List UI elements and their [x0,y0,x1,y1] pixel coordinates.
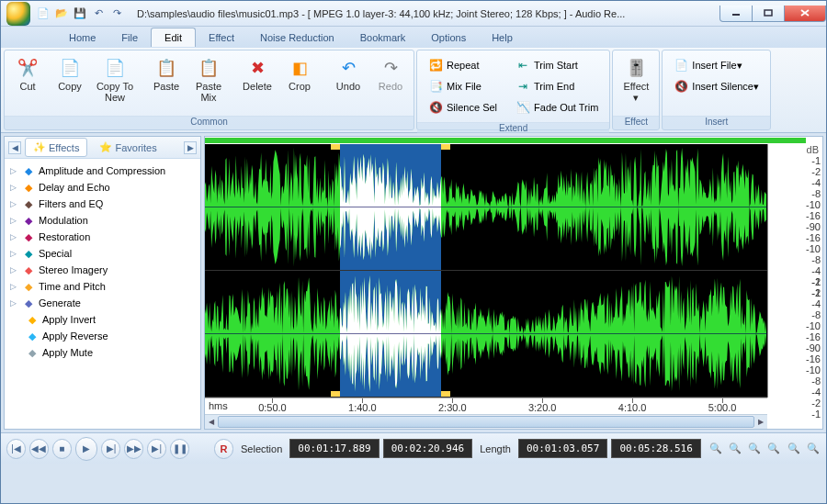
close-button[interactable] [784,6,826,22]
tree-item[interactable]: ▷◆Amplitude and Compression [6,162,198,179]
trim-end-button[interactable]: ⇥Trim End [509,76,605,96]
waveform-area: dB -1-2-4-8-10-16-90-16-10-8-4-2-1 -1-2-… [204,136,823,430]
effect-category-icon: ◆ [21,296,36,310]
expander-icon[interactable]: ▷ [10,282,21,291]
tree-item[interactable]: ▷◆Time and Pitch [6,278,198,295]
rewind-button[interactable]: ◀◀ [29,439,49,459]
tree-item[interactable]: ▷◆Modulation [6,212,198,229]
sidebar-tab-favorites[interactable]: ⭐Favorites [91,138,164,157]
tree-item-label: Apply Mute [42,347,93,358]
ribbon-group-extend: 🔁Repeat 📑Mix File 🔇Silence Sel ⇤Trim Sta… [416,50,610,130]
menutab-bookmark[interactable]: Bookmark [347,28,419,47]
tree-item[interactable]: ▷◆Stereo Imagery [6,262,198,278]
copy-button[interactable]: 📄Copy [50,53,90,95]
effect-button[interactable]: 🎚️Effect▾ [616,53,656,106]
scroll-left-button[interactable]: ◀ [205,415,218,429]
insert-silence-button[interactable]: 🔇Insert Silence ▾ [667,76,765,96]
goto-end-button[interactable]: ▶| [147,439,166,459]
paste-mix-button[interactable]: 📋Paste Mix [188,53,229,106]
maximize-button[interactable] [752,6,785,22]
zoom-out-v-button[interactable]: 🔍 [805,441,821,457]
menutab-home[interactable]: Home [56,28,108,47]
zoom-sel-button[interactable]: 🔍 [747,441,763,457]
delete-x-icon: ✖ [246,57,268,79]
mix-file-button[interactable]: 📑Mix File [422,76,504,96]
cut-button[interactable]: ✂️Cut [7,53,48,95]
redo-button[interactable]: ↷Redo [370,53,411,95]
effect-category-icon: ◆ [21,213,36,228]
repeat-button[interactable]: 🔁Repeat [422,55,504,75]
insert-silence-icon: 🔇 [674,79,688,94]
ribbon-group-insert: 📄Insert File ▾ 🔇Insert Silence ▾ Insert [662,50,771,130]
fade-out-trim-button[interactable]: 📉Fade Out Trim [509,97,605,118]
time-ruler[interactable]: hms 0:50.01:40.02:30.03:20.04:10.05:00.0 [205,398,767,414]
expander-icon[interactable]: ▷ [10,232,21,241]
scroll-thumb[interactable] [218,416,754,428]
expander-icon[interactable]: ▷ [10,216,21,225]
play-button[interactable]: ▶ [75,437,98,461]
paste-button[interactable]: 📋Paste [146,53,187,95]
waveform-canvas[interactable]: dB -1-2-4-8-10-16-90-16-10-8-4-2-1 -1-2-… [205,144,767,398]
qat-redo-icon[interactable]: ↷ [109,6,124,21]
goto-start-button[interactable]: |◀ [6,439,26,459]
expander-icon[interactable]: ▷ [10,166,21,175]
tree-item[interactable]: ▷◆Restoration [6,229,198,245]
record-button[interactable]: R [214,439,233,459]
delete-button[interactable]: ✖Delete [237,53,278,95]
overview-strip[interactable] [205,138,806,143]
sidebar-tab-effects[interactable]: ✨Effects [25,138,87,157]
time-tick-label: 3:20.0 [528,402,557,413]
scroll-right-button[interactable]: ▶ [754,415,767,429]
undo-icon: ↶ [337,57,359,79]
qat-open-icon[interactable]: 📂 [54,6,69,21]
horizontal-scrollbar[interactable]: ◀ ▶ [205,414,767,429]
tree-item[interactable]: ▷◆Special [6,245,198,262]
expander-icon[interactable]: ▷ [10,265,21,274]
insert-file-button[interactable]: 📄Insert File ▾ [667,55,765,75]
tree-item[interactable]: ▷◆Delay and Echo [6,179,198,196]
tree-item-label: Amplitude and Compression [39,165,165,176]
stop-button[interactable]: ■ [52,439,72,459]
menutab-edit[interactable]: Edit [151,28,196,47]
tree-item-label: Delay and Echo [39,182,110,193]
clipboard-icon: 📋 [155,57,177,79]
silence-sel-button[interactable]: 🔇Silence Sel [422,97,504,118]
undo-button[interactable]: ↶Undo [328,53,368,95]
fast-forward-button[interactable]: ▶▶ [124,439,143,459]
tree-item[interactable]: ▷◆Filters and EQ [6,196,198,212]
app-orb-button[interactable] [6,2,30,26]
tree-item[interactable]: ◆Apply Reverse [6,328,198,344]
expander-icon[interactable]: ▷ [10,298,21,308]
expander-icon[interactable]: ▷ [10,249,21,258]
tree-item[interactable]: ◆Apply Invert [6,311,198,328]
tree-item[interactable]: ◆Apply Mute [6,344,198,361]
menutab-options[interactable]: Options [418,28,479,47]
effects-sidebar: ◀ ✨Effects ⭐Favorites ▶ ▷◆Amplitude and … [4,136,201,430]
pause-button[interactable]: ❚❚ [170,439,189,459]
length-time: 00:01:03.057 [518,439,607,458]
play-loop-button[interactable]: ▶| [101,439,120,459]
menutab-file[interactable]: File [108,28,151,47]
minimize-button[interactable] [719,6,753,22]
zoom-fit-button[interactable]: 🔍 [766,441,782,457]
expander-icon[interactable]: ▷ [10,199,21,208]
expander-icon[interactable]: ▷ [10,183,21,192]
time-tick-label: 1:40.0 [348,402,377,413]
menutab-help[interactable]: Help [479,28,526,47]
menutab-effect[interactable]: Effect [196,28,247,47]
qat-new-icon[interactable]: 📄 [36,6,51,21]
crop-button[interactable]: ◧Crop [279,53,320,95]
sidebar-next-button[interactable]: ▶ [184,141,197,154]
trim-start-button[interactable]: ⇤Trim Start [509,55,605,75]
tree-item[interactable]: ▷◆Generate [6,295,198,311]
copy-new-icon: 📄 [104,57,126,79]
qat-save-icon[interactable]: 💾 [73,6,87,21]
ribbon: ✂️Cut 📄Copy 📄Copy To New 📋Paste 📋Paste M… [1,47,826,133]
zoom-in-v-button[interactable]: 🔍 [786,441,801,457]
qat-undo-icon[interactable]: ↶ [91,6,106,21]
sidebar-prev-button[interactable]: ◀ [8,141,21,154]
copy-to-new-button[interactable]: 📄Copy To New [92,53,138,106]
zoom-in-h-button[interactable]: 🔍 [708,441,724,457]
menutab-noise-reduction[interactable]: Noise Reduction [247,28,347,47]
zoom-out-h-button[interactable]: 🔍 [728,441,743,457]
